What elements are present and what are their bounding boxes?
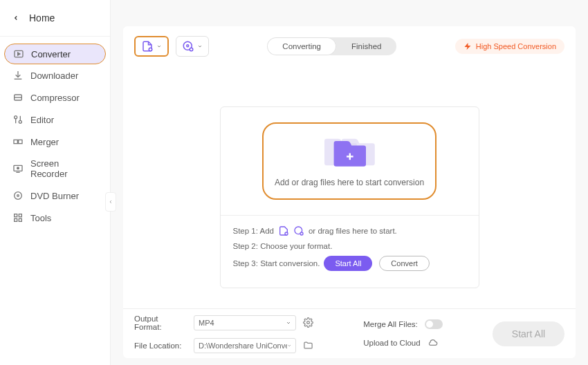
svg-marker-37 [464,43,470,50]
step-2: Step 2: Choose your format. [233,242,466,250]
add-file-button[interactable] [134,36,169,57]
merge-files-label: Merge All Files: [363,320,418,328]
step1-suffix: or drag files here to start. [309,227,397,235]
home-nav[interactable]: Home [0,6,110,37]
sidebar-item-label: Downloader [30,71,78,81]
sidebar-item-converter[interactable]: Converter [4,44,106,64]
step1-prefix: Step 1: Add [233,227,274,235]
output-format-value: MP4 [199,319,214,327]
status-tabs: Converting Finished [267,37,396,55]
svg-point-13 [15,116,17,119]
back-icon [12,15,19,21]
upload-cloud-label: Upload to Cloud [363,339,420,347]
sidebar-item-label: DVD Burner [30,191,79,201]
cloud-icon[interactable] [428,337,438,348]
tab-converting[interactable]: Converting [267,37,336,55]
tab-finished[interactable]: Finished [336,37,396,55]
sidebar-item-label: Compressor [30,93,80,103]
sidebar-item-tools[interactable]: Tools [4,207,106,229]
dropzone[interactable]: Add or drag files here to start conversi… [262,122,437,200]
dropzone-container: Add or drag files here to start conversi… [220,106,479,288]
sidebar-item-label: Screen Recorder [30,158,98,179]
sidebar-item-compressor[interactable]: Compressor [4,86,106,109]
sidebar-item-label: Converter [31,49,71,59]
add-disc-button[interactable] [176,36,209,57]
svg-point-23 [15,192,22,200]
step-start-all-button[interactable]: Start All [324,256,372,271]
add-disc-icon [182,40,194,53]
start-all-button[interactable]: Start All [493,321,564,346]
dropzone-text: Add or drag files here to start conversi… [275,178,424,187]
sidebar-item-editor[interactable]: Editor [4,109,106,131]
svg-point-21 [17,167,19,169]
sidebar: Home Converter Downloader Compressor Edi… [0,0,111,365]
chevron-down-icon [287,343,292,348]
file-location-select[interactable]: D:\Wondershare UniConverter 1 [194,338,296,353]
sidebar-item-screen-recorder[interactable]: Screen Recorder [4,153,106,185]
tools-icon [12,212,24,223]
step-3: Step 3: Start conversion. Start All Conv… [233,256,466,271]
svg-rect-17 [14,140,17,143]
svg-rect-18 [19,140,22,143]
editor-icon [12,114,24,125]
sidebar-item-label: Tools [30,213,51,223]
sidebar-item-merger[interactable]: Merger [4,131,106,153]
sidebar-collapse-handle[interactable] [105,192,116,212]
svg-rect-25 [15,214,17,217]
add-file-icon [141,40,154,53]
svg-point-24 [17,195,19,197]
output-format-label: Output Format: [134,315,187,331]
step3-label: Step 3: Start conversion. [233,259,320,268]
sidebar-item-downloader[interactable]: Downloader [4,64,106,86]
high-speed-conversion-badge[interactable]: High Speed Conversion [455,39,564,54]
svg-rect-26 [19,214,21,217]
home-label: Home [29,12,55,24]
step-convert-button[interactable]: Convert [379,256,430,271]
converter-icon [13,48,24,59]
svg-point-14 [19,120,21,123]
chevron-down-icon [156,44,162,49]
screen-recorder-icon [12,163,24,174]
merger-icon [12,136,24,147]
folder-plus-icon [322,135,377,169]
file-location-label: File Location: [134,341,187,350]
downloader-icon [12,70,24,81]
gear-icon[interactable] [303,317,313,328]
svg-point-33 [187,45,189,47]
lightning-icon [463,42,472,50]
dvd-burner-icon [12,190,24,201]
hsc-label: High Speed Conversion [476,42,556,50]
chevron-down-icon [286,320,291,326]
sidebar-item-dvd-burner[interactable]: DVD Burner [4,185,106,207]
svg-rect-27 [15,218,17,221]
folder-icon[interactable] [303,340,313,350]
sidebar-item-label: Editor [30,115,54,125]
sidebar-item-label: Merger [30,137,59,147]
compressor-icon [12,92,24,103]
chevron-down-icon [197,44,203,49]
svg-rect-28 [19,218,21,221]
merge-files-toggle[interactable] [425,319,443,329]
file-location-value: D:\Wondershare UniConverter 1 [199,341,287,350]
svg-marker-10 [18,53,20,55]
output-format-select[interactable]: MP4 [194,315,296,330]
add-file-icon[interactable] [278,225,289,236]
step-1: Step 1: Add or drag files here to start. [233,225,466,236]
add-disc-icon[interactable] [293,225,304,236]
svg-point-47 [307,321,310,324]
